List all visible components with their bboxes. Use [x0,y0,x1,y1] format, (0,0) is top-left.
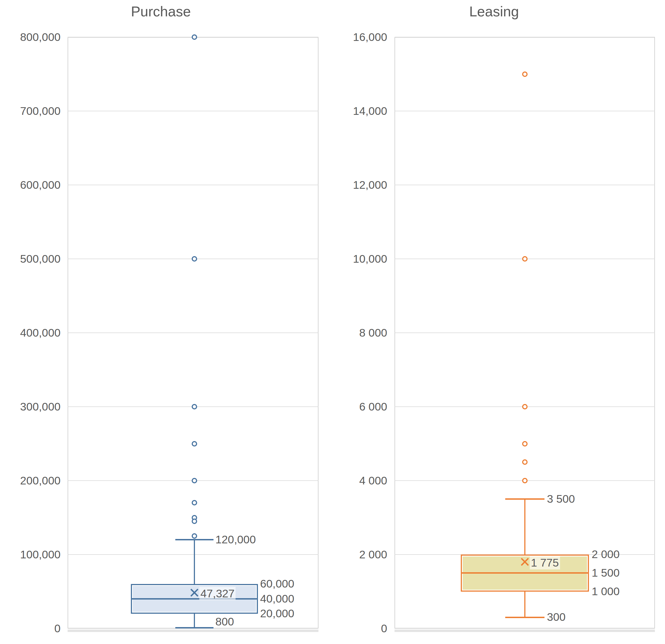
y-axis-tick-label: 700,000 [0,105,60,117]
y-axis-tick-label: 12,000 [289,179,387,191]
q1-label: 20,000 [260,608,294,620]
upper-whisker-line [524,499,526,554]
upper-whisker-cap [175,539,213,540]
y-axis-tick-label: 500,000 [0,253,60,265]
median-label: 1 500 [592,567,620,579]
outlier-dot [192,518,197,524]
outlier-dot [192,34,197,40]
mean-marker: ✕ [519,555,531,569]
median-label: 40,000 [260,593,294,605]
outlier-dot [192,256,197,262]
q3-label: 2 000 [592,549,620,560]
whisker-low-label: 800 [215,616,234,628]
outlier-dot [522,478,528,483]
mean-marker: ✕ [189,586,200,600]
y-axis-tick-label: 16,000 [289,31,387,44]
outlier-dot [522,256,528,262]
outlier-dot [192,404,197,409]
y-axis-tick-label: 400,000 [0,327,60,339]
y-axis-tick-label: 0 [289,622,387,635]
gridline [68,111,319,111]
gridline [68,185,319,185]
y-axis-tick-label: 100,000 [0,548,60,561]
y-axis-tick-label: 600,000 [0,179,60,191]
whisker-high-label: 120,000 [215,534,256,546]
lower-whisker-cap [175,627,213,628]
chart-title-purchase: Purchase [131,3,191,20]
y-axis-tick-label: 800,000 [0,31,60,44]
y-axis-tick-label: 14,000 [289,105,387,117]
lower-whisker-line [524,592,526,618]
gridline [395,111,655,111]
y-axis-tick-label: 8 000 [289,327,387,339]
y-axis-tick-label: 4 000 [289,474,387,487]
outlier-dot [522,72,528,77]
q1-label: 1 000 [592,586,620,597]
mean-value-label: 1 775 [530,556,560,570]
mean-value-label: 47,327 [199,587,235,600]
gridline [395,332,655,333]
y-axis-tick-label: 6 000 [289,400,387,413]
y-axis-tick-label: 0 [0,622,60,635]
outlier-dot [192,478,197,483]
whisker-low-label: 300 [547,611,566,623]
y-axis-tick-label: 10,000 [289,253,387,265]
lower-whisker-line [194,614,195,628]
plot-bottom-edge [68,629,319,632]
y-axis-tick-label: 300,000 [0,400,60,413]
gridline [68,332,319,333]
y-axis-tick-label: 200,000 [0,474,60,487]
lower-whisker-cap [505,617,545,618]
y-axis-tick-label: 2 000 [289,548,387,561]
outlier-dot [522,404,528,409]
q3-label: 60,000 [260,578,294,590]
gridline [395,185,655,185]
gridline [395,37,655,37]
boxplot-dashboard: Purchase Leasing 800,000700,000600,00050… [0,0,665,644]
gridline [68,554,319,555]
outlier-dot [522,441,528,446]
gridline [395,628,655,629]
whisker-high-label: 3 500 [547,493,575,505]
chart-title-leasing: Leasing [469,3,519,20]
upper-whisker-line [194,540,195,584]
plot-bottom-edge [395,629,655,632]
upper-whisker-cap [505,498,545,500]
outlier-dot [192,441,197,446]
median-line [461,572,589,574]
